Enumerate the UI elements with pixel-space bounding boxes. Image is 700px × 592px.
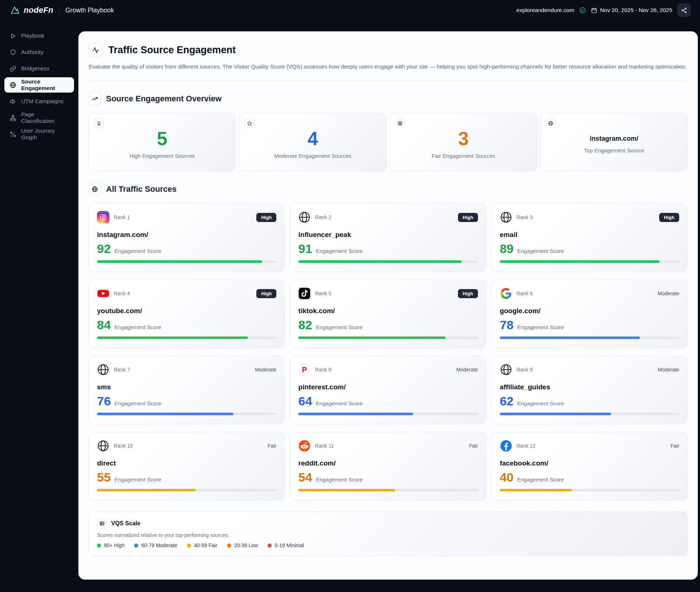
tier-badge: High — [458, 289, 478, 298]
app-title: Growth Playbook — [65, 7, 114, 14]
sidebar-item-playbook[interactable]: Playbook — [4, 28, 74, 43]
sidebar-item-user-journey-graph[interactable]: User Journey Graph — [4, 126, 74, 142]
share-button[interactable] — [677, 4, 691, 17]
engagement-score-label: Engagement Score — [316, 248, 362, 254]
vqs-title: VQS Scale — [111, 520, 140, 527]
vqs-subtitle: Scores normalized relative to your top-p… — [97, 532, 679, 538]
sidebar-item-label: UTM Campaigns — [21, 98, 63, 105]
legend-dot — [227, 544, 231, 548]
top-source-name: instagram.com/ — [590, 135, 638, 143]
globe-icon — [500, 211, 512, 223]
tier-badge: High — [256, 289, 276, 298]
source-name: sms — [97, 383, 276, 391]
globe-icon — [97, 440, 109, 452]
page-description: Evaluate the quality of visitors from di… — [89, 63, 688, 71]
source-rank: Rank 5 — [315, 291, 331, 296]
engagement-bar-fill — [500, 413, 611, 415]
source-rank: Rank 11 — [315, 443, 334, 449]
traffic-source-card: Rank 1 High instagram.com/ 92 Engagement… — [89, 203, 285, 272]
topbar: nodeFn Growth Playbook exploreandendure.… — [0, 0, 700, 20]
facebook-icon — [500, 440, 512, 452]
active-domain: exploreandendure.com — [516, 7, 574, 13]
check-circle-icon — [579, 7, 586, 13]
tier-badge: High — [256, 213, 276, 222]
engagement-bar-track — [500, 413, 679, 415]
source-rank: Rank 1 — [114, 214, 130, 220]
source-name: facebook.com/ — [500, 459, 679, 467]
header-divider — [89, 81, 688, 81]
engagement-score: 89 — [500, 242, 514, 255]
engagement-score: 82 — [298, 319, 312, 331]
engagement-score-label: Engagement Score — [517, 248, 564, 254]
sidebar-item-page-classification[interactable]: Page Classification — [4, 110, 74, 125]
source-rank: Rank 4 — [114, 291, 130, 296]
engagement-score: 64 — [298, 395, 312, 407]
engagement-bar-track — [298, 260, 478, 263]
source-name: reddit.com/ — [298, 459, 478, 467]
date-range-picker[interactable]: Nov 20, 2025 - Nov 26, 2025 — [591, 7, 672, 13]
legend-item: 60-79 Moderate — [134, 542, 177, 548]
sidebar-item-bridgeness[interactable]: Bridgeness — [4, 61, 74, 76]
engagement-bar-track — [298, 413, 478, 415]
sidebar-item-label: Source Engagement — [21, 78, 69, 91]
source-rank: Rank 12 — [517, 443, 536, 449]
source-rank: Rank 6 — [517, 291, 533, 296]
engagement-score-label: Engagement Score — [114, 400, 161, 406]
link-icon — [9, 65, 16, 72]
traffic-source-card: Rank 5 High tiktok.com/ 82 Engagement Sc… — [290, 280, 486, 348]
tier-badge: Moderate — [658, 291, 679, 296]
reddit-icon — [298, 440, 311, 452]
source-name: google.com/ — [500, 307, 679, 315]
source-name: direct — [97, 459, 276, 467]
page-title: Traffic Source Engagement — [108, 44, 236, 56]
journey-icon — [9, 131, 16, 138]
traffic-source-card: Rank 6 Moderate google.com/ 78 Engagemen… — [491, 280, 688, 348]
sidebar: Playbook Authority Bridgeness Source Eng… — [0, 20, 78, 592]
engagement-bar-fill — [500, 260, 660, 263]
legend-dot — [97, 544, 101, 548]
engagement-bar-track — [500, 336, 679, 339]
engagement-score-label: Engagement Score — [316, 324, 362, 330]
engagement-score-label: Engagement Score — [517, 324, 564, 330]
engagement-bar-fill — [97, 336, 248, 339]
engagement-bar-fill — [97, 260, 262, 263]
engagement-score-label: Engagement Score — [316, 476, 362, 483]
topbar-divider — [59, 6, 59, 14]
sidebar-item-utm-campaigns[interactable]: UTM Campaigns — [4, 94, 74, 109]
engagement-score: 76 — [97, 395, 111, 407]
engagement-score: 78 — [500, 319, 514, 331]
globe-icon — [89, 183, 101, 195]
nodefn-logo-icon — [10, 5, 20, 15]
tier-badge: Moderate — [456, 367, 478, 373]
stat-label: Fair Engagement Sources — [432, 153, 495, 159]
sources-section-title: All Traffic Sources — [106, 184, 176, 194]
engagement-score: 40 — [500, 471, 514, 483]
vqs-legend: 80+ High 60-79 Moderate 40-59 Fair 20-39… — [97, 542, 679, 548]
stat-card-high: 5 High Engagement Sources — [89, 113, 236, 171]
engagement-score-label: Engagement Score — [316, 400, 362, 406]
sidebar-item-source-engagement[interactable]: Source Engagement — [4, 77, 74, 93]
engagement-score: 55 — [97, 471, 111, 483]
engagement-score: 62 — [500, 395, 514, 407]
legend-label: 20-39 Low — [234, 542, 258, 548]
sidebar-item-authority[interactable]: Authority — [4, 44, 74, 60]
source-rank: Rank 9 — [517, 367, 533, 373]
stat-card-top-source: instagram.com/ Top Engagement Source — [541, 113, 688, 171]
overview-section-head: Source Engagement Overview — [89, 93, 688, 105]
award-icon — [94, 118, 104, 128]
traffic-source-card: Rank 10 Fair direct 55 Engagement Score — [89, 432, 285, 501]
svg-text:P: P — [302, 366, 307, 374]
overview-stats: 5 High Engagement Sources 4 Moderate Eng… — [89, 113, 688, 171]
stat-value: 5 — [157, 129, 167, 148]
source-rank: Rank 8 — [315, 367, 331, 373]
tier-badge: Fair — [469, 443, 478, 449]
legend-label: 60-79 Moderate — [141, 542, 177, 548]
traffic-source-card: P Rank 8 Moderate pinterest.com/ 64 Enga… — [290, 356, 486, 424]
traffic-source-card: Rank 12 Fair facebook.com/ 40 Engagement… — [491, 432, 688, 501]
brand: nodeFn — [10, 5, 53, 15]
tier-badge: Fair — [670, 443, 679, 449]
source-name: influencer_peak — [298, 231, 478, 239]
stat-value: 4 — [307, 129, 318, 148]
globe-icon — [298, 211, 311, 223]
globe-icon — [97, 363, 109, 376]
